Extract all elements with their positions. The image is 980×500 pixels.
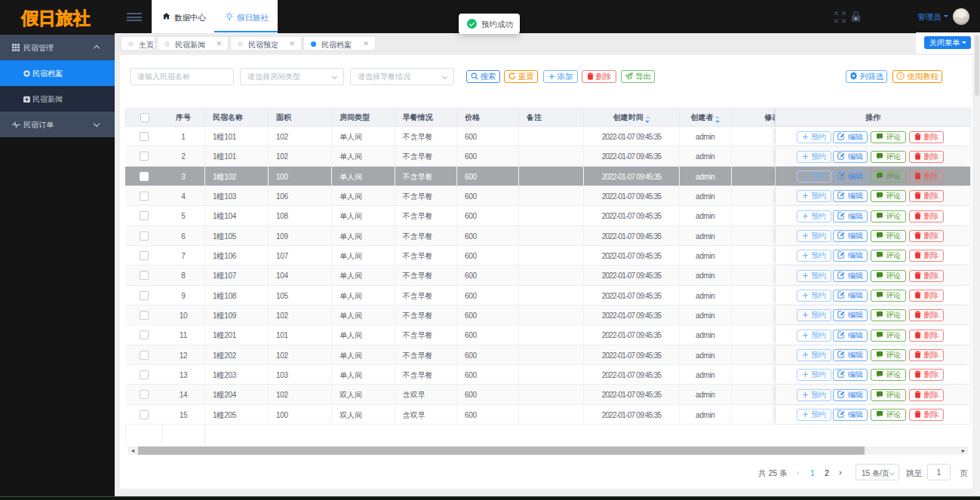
svg-text:?: ? <box>899 73 902 78</box>
